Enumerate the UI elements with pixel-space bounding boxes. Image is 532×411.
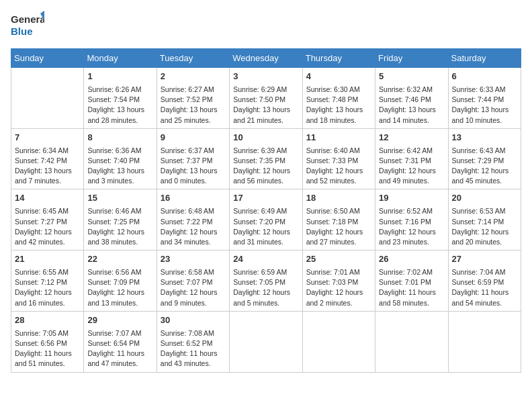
day-number: 30 xyxy=(161,314,226,327)
calendar-cell: 9Sunrise: 6:37 AMSunset: 7:37 PMDaylight… xyxy=(157,128,229,189)
weekday-header-monday: Monday xyxy=(84,49,157,68)
day-info: Sunrise: 6:45 AMSunset: 7:27 PMDaylight:… xyxy=(15,206,80,247)
calendar-cell: 15Sunrise: 6:46 AMSunset: 7:25 PMDayligh… xyxy=(84,189,157,250)
day-number: 21 xyxy=(15,253,80,266)
weekday-header-thursday: Thursday xyxy=(302,49,375,68)
calendar-cell: 29Sunrise: 7:07 AMSunset: 6:54 PMDayligh… xyxy=(84,311,157,372)
day-number: 4 xyxy=(306,71,371,83)
calendar-cell: 25Sunrise: 7:01 AMSunset: 7:03 PMDayligh… xyxy=(302,250,375,312)
day-info: Sunrise: 6:40 AMSunset: 7:33 PMDaylight:… xyxy=(306,146,371,187)
day-info: Sunrise: 6:46 AMSunset: 7:25 PMDaylight:… xyxy=(87,206,152,247)
calendar-cell: 14Sunrise: 6:45 AMSunset: 7:27 PMDayligh… xyxy=(11,189,84,250)
calendar-cell: 18Sunrise: 6:50 AMSunset: 7:18 PMDayligh… xyxy=(302,189,375,250)
day-number: 11 xyxy=(306,132,371,144)
day-info: Sunrise: 6:29 AMSunset: 7:50 PMDaylight:… xyxy=(233,85,298,126)
day-info: Sunrise: 6:32 AMSunset: 7:46 PMDaylight:… xyxy=(379,85,444,126)
day-info: Sunrise: 6:36 AMSunset: 7:40 PMDaylight:… xyxy=(87,146,152,187)
logo: General Blue xyxy=(11,11,44,40)
page-header: General Blue xyxy=(11,11,521,40)
calendar-table: SundayMondayTuesdayWednesdayThursdayFrid… xyxy=(11,48,521,373)
calendar-cell: 17Sunrise: 6:49 AMSunset: 7:20 PMDayligh… xyxy=(230,189,302,250)
day-number: 10 xyxy=(233,132,298,144)
day-info: Sunrise: 6:52 AMSunset: 7:16 PMDaylight:… xyxy=(379,206,444,247)
calendar-cell: 13Sunrise: 6:43 AMSunset: 7:29 PMDayligh… xyxy=(448,128,521,189)
day-number: 14 xyxy=(15,192,80,205)
calendar-cell: 27Sunrise: 7:04 AMSunset: 6:59 PMDayligh… xyxy=(448,250,521,312)
day-info: Sunrise: 6:59 AMSunset: 7:05 PMDaylight:… xyxy=(233,267,298,308)
day-info: Sunrise: 7:07 AMSunset: 6:54 PMDaylight:… xyxy=(87,328,152,369)
day-number: 8 xyxy=(87,132,152,144)
calendar-cell: 24Sunrise: 6:59 AMSunset: 7:05 PMDayligh… xyxy=(230,250,302,312)
day-number: 22 xyxy=(87,253,152,266)
day-number: 3 xyxy=(233,71,298,83)
calendar-cell: 21Sunrise: 6:55 AMSunset: 7:12 PMDayligh… xyxy=(11,250,84,312)
weekday-header-saturday: Saturday xyxy=(448,49,521,68)
day-number: 1 xyxy=(87,71,152,83)
day-info: Sunrise: 6:34 AMSunset: 7:42 PMDaylight:… xyxy=(15,146,80,187)
week-row-1: 1Sunrise: 6:26 AMSunset: 7:54 PMDaylight… xyxy=(11,68,521,129)
day-info: Sunrise: 7:01 AMSunset: 7:03 PMDaylight:… xyxy=(306,267,371,308)
day-info: Sunrise: 6:55 AMSunset: 7:12 PMDaylight:… xyxy=(15,267,80,308)
calendar-cell: 10Sunrise: 6:39 AMSunset: 7:35 PMDayligh… xyxy=(230,128,302,189)
day-info: Sunrise: 7:05 AMSunset: 6:56 PMDaylight:… xyxy=(15,328,80,369)
day-number: 24 xyxy=(233,253,298,266)
calendar-cell: 3Sunrise: 6:29 AMSunset: 7:50 PMDaylight… xyxy=(230,68,302,129)
calendar-cell: 20Sunrise: 6:53 AMSunset: 7:14 PMDayligh… xyxy=(448,189,521,250)
day-number: 9 xyxy=(161,132,226,144)
day-number: 5 xyxy=(379,71,444,83)
calendar-cell: 26Sunrise: 7:02 AMSunset: 7:01 PMDayligh… xyxy=(375,250,448,312)
calendar-cell xyxy=(375,311,448,372)
day-number: 23 xyxy=(161,253,226,266)
day-number: 29 xyxy=(87,314,152,327)
calendar-cell: 28Sunrise: 7:05 AMSunset: 6:56 PMDayligh… xyxy=(11,311,84,372)
day-info: Sunrise: 6:50 AMSunset: 7:18 PMDaylight:… xyxy=(306,206,371,247)
calendar-cell xyxy=(448,311,521,372)
svg-text:General: General xyxy=(11,13,44,25)
calendar-cell xyxy=(11,68,84,129)
day-number: 17 xyxy=(233,192,298,205)
calendar-cell: 23Sunrise: 6:58 AMSunset: 7:07 PMDayligh… xyxy=(157,250,229,312)
day-number: 12 xyxy=(379,132,444,144)
day-info: Sunrise: 6:42 AMSunset: 7:31 PMDaylight:… xyxy=(379,146,444,187)
svg-text:Blue: Blue xyxy=(11,26,33,37)
week-row-5: 28Sunrise: 7:05 AMSunset: 6:56 PMDayligh… xyxy=(11,311,521,372)
day-info: Sunrise: 7:04 AMSunset: 6:59 PMDaylight:… xyxy=(452,267,517,308)
weekday-header-tuesday: Tuesday xyxy=(157,49,229,68)
day-number: 28 xyxy=(15,314,80,327)
calendar-cell: 6Sunrise: 6:33 AMSunset: 7:44 PMDaylight… xyxy=(448,68,521,129)
calendar-cell: 5Sunrise: 6:32 AMSunset: 7:46 PMDaylight… xyxy=(375,68,448,129)
day-info: Sunrise: 6:27 AMSunset: 7:52 PMDaylight:… xyxy=(161,85,226,126)
day-info: Sunrise: 6:33 AMSunset: 7:44 PMDaylight:… xyxy=(452,85,517,126)
day-number: 18 xyxy=(306,192,371,205)
day-number: 13 xyxy=(452,132,517,144)
day-info: Sunrise: 6:58 AMSunset: 7:07 PMDaylight:… xyxy=(161,267,226,308)
calendar-cell: 22Sunrise: 6:56 AMSunset: 7:09 PMDayligh… xyxy=(84,250,157,312)
calendar-cell: 2Sunrise: 6:27 AMSunset: 7:52 PMDaylight… xyxy=(157,68,229,129)
day-info: Sunrise: 7:02 AMSunset: 7:01 PMDaylight:… xyxy=(379,267,444,308)
day-number: 7 xyxy=(15,132,80,144)
day-number: 27 xyxy=(452,253,517,266)
calendar-cell: 11Sunrise: 6:40 AMSunset: 7:33 PMDayligh… xyxy=(302,128,375,189)
weekday-header-friday: Friday xyxy=(375,49,448,68)
day-number: 25 xyxy=(306,253,371,266)
logo-svg: General Blue xyxy=(11,11,44,40)
day-number: 20 xyxy=(452,192,517,205)
day-number: 26 xyxy=(379,253,444,266)
day-info: Sunrise: 6:39 AMSunset: 7:35 PMDaylight:… xyxy=(233,146,298,187)
calendar-cell: 19Sunrise: 6:52 AMSunset: 7:16 PMDayligh… xyxy=(375,189,448,250)
week-row-2: 7Sunrise: 6:34 AMSunset: 7:42 PMDaylight… xyxy=(11,128,521,189)
day-info: Sunrise: 6:48 AMSunset: 7:22 PMDaylight:… xyxy=(161,206,226,247)
day-info: Sunrise: 6:56 AMSunset: 7:09 PMDaylight:… xyxy=(87,267,152,308)
day-info: Sunrise: 6:53 AMSunset: 7:14 PMDaylight:… xyxy=(452,206,517,247)
day-info: Sunrise: 6:49 AMSunset: 7:20 PMDaylight:… xyxy=(233,206,298,247)
calendar-cell: 8Sunrise: 6:36 AMSunset: 7:40 PMDaylight… xyxy=(84,128,157,189)
day-number: 6 xyxy=(452,71,517,83)
calendar-cell xyxy=(230,311,302,372)
day-info: Sunrise: 7:08 AMSunset: 6:52 PMDaylight:… xyxy=(161,328,226,369)
day-number: 2 xyxy=(161,71,226,83)
day-info: Sunrise: 6:30 AMSunset: 7:48 PMDaylight:… xyxy=(306,85,371,126)
week-row-4: 21Sunrise: 6:55 AMSunset: 7:12 PMDayligh… xyxy=(11,250,521,312)
calendar-cell xyxy=(302,311,375,372)
weekday-header-row: SundayMondayTuesdayWednesdayThursdayFrid… xyxy=(11,49,521,68)
week-row-3: 14Sunrise: 6:45 AMSunset: 7:27 PMDayligh… xyxy=(11,189,521,250)
